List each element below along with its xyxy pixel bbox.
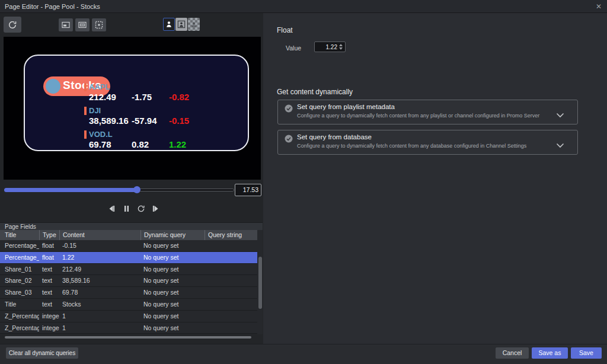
table-row[interactable]: Share_01 text 212.49 No query set [0,264,257,276]
table-row[interactable]: Share_03 text 69.78 No query set [0,287,257,299]
grid-overlay-button[interactable] [92,18,106,31]
preview-fill-button[interactable] [175,18,187,31]
spinner-arrows [339,43,343,50]
save-button[interactable]: Save [571,347,602,359]
column-header: Dynamic query [140,230,205,240]
stock-price: 38,589.16 [89,116,129,126]
save-as-button[interactable]: Save as [532,347,568,359]
field-type: text [39,275,59,286]
field-content: -0.15 [59,240,140,251]
tick-bar-icon [84,107,87,115]
person-key-icon [190,20,198,28]
transport-controls [107,205,161,213]
check-circle-icon [285,104,293,115]
stock-price: 69.78 [89,139,111,149]
preview-panel: Stocks AAPL 212.49 -1.75 -0.82 DJI 38,58… [0,13,263,344]
page-fields-header: Title Type Content Dynamic query Query s… [0,230,257,240]
table-row[interactable]: Share_02 text 38,589.16 No query set [0,275,257,287]
properties-panel: Float Value Get content dynamically Set … [263,13,607,344]
page-editor-dialog: Page Editor - Page Pool - Stocks ✕ [0,0,607,364]
step-forward-button[interactable] [151,205,161,213]
dynamic-content-heading: Get content dynamically [277,88,353,96]
stock-percent: -0.15 [169,116,189,126]
database-query-card[interactable]: Set query from database Configure a quer… [277,130,578,155]
window-titlebar: Page Editor - Page Pool - Stocks ✕ [0,0,607,13]
stock-percent: -0.82 [169,92,189,102]
timeline-value[interactable]: 17.53 [235,184,261,196]
field-title: Percentage_02 [0,240,39,251]
stock-change: 0.82 [132,139,149,149]
safe-area-inset-button[interactable] [59,18,73,31]
field-type: integer [39,323,59,334]
field-type: float [39,252,59,263]
clear-all-dynamic-queries-button[interactable]: Clear all dynamic queries [6,347,78,359]
vertical-scrollbar[interactable] [257,230,263,334]
stock-price: 212.49 [89,92,116,102]
value-input[interactable] [315,42,337,52]
field-query-string [205,264,257,275]
playlist-metadata-query-card[interactable]: Set query from playlist metadata Configu… [277,100,578,124]
pause-button[interactable] [122,205,131,213]
field-type: float [39,240,59,251]
step-back-icon [107,205,116,212]
chevron-down-icon[interactable] [556,140,564,151]
close-icon[interactable]: ✕ [596,0,602,13]
field-content: 1.22 [59,252,140,263]
safe-area-inset-icon [61,20,71,30]
field-content: 69.78 [59,287,140,298]
field-content: 38,589.16 [59,275,140,286]
loop-icon [137,205,145,213]
field-title: Share_03 [0,287,39,298]
field-title: Z_Percentage_0 [0,311,39,322]
column-header: Title [0,230,39,240]
field-query-string [205,252,257,263]
field-dynamic-query: No query set [140,240,205,251]
window-title: Page Editor - Page Pool - Stocks [5,0,100,13]
refresh-button[interactable] [4,17,21,33]
field-content: 1 [59,323,140,334]
table-row[interactable]: Z_Percentage_0 integer 1 No query set [0,311,257,323]
table-row[interactable]: Title text Stocks No query set [0,299,257,311]
field-content: Stocks [59,299,140,310]
page-fields-table: Percentage_02 float -0.15 No query set P… [0,240,257,334]
field-title: Title [0,299,39,310]
field-query-string [205,275,257,286]
field-dynamic-query: No query set [140,299,205,310]
step-forward-icon [152,205,160,212]
table-row[interactable]: Z_Percentage_0 integer 1 No query set [0,323,257,334]
vertical-scrollbar-thumb[interactable] [258,257,262,309]
title-safe-button[interactable] [75,18,90,31]
spin-up-icon[interactable] [339,44,343,46]
stock-symbol-row: VOD.L [84,130,113,139]
spin-down-icon[interactable] [339,47,343,50]
field-title: Share_01 [0,264,39,275]
grid-overlay-icon [94,20,104,30]
stock-symbol: DJI [89,106,101,115]
step-back-button[interactable] [107,205,116,213]
loop-button[interactable] [136,205,146,213]
table-row[interactable]: Percentage_02 float -0.15 No query set [0,240,257,252]
stock-symbol-row: AAPL [84,82,110,91]
preview-video-button[interactable] [163,18,175,31]
horizontal-scrollbar[interactable] [5,336,251,339]
preview-key-button[interactable] [188,18,200,31]
check-circle-icon [285,135,293,145]
field-title: Percentage_03 [0,252,39,263]
cancel-button[interactable]: Cancel [496,347,529,359]
badge-circle-icon [46,79,60,94]
field-title: Z_Percentage_0 [0,323,39,334]
column-header: Content [59,230,140,240]
timeline-slider-knob[interactable] [133,186,140,193]
table-row-selected[interactable]: Percentage_03 float 1.22 No query set [0,252,257,264]
field-type: text [39,299,59,310]
person-frame-icon [177,20,186,28]
stock-change: -57.94 [132,116,157,126]
field-dynamic-query: No query set [140,323,205,334]
field-dynamic-query: No query set [140,311,205,322]
field-type-heading: Float [277,26,293,34]
timeline-slider-fill [4,188,138,192]
chevron-down-icon[interactable] [556,110,564,120]
card-description: Configure a query to dynamically fetch c… [297,113,539,119]
card-title: Set query from database [297,133,372,141]
refresh-icon [8,20,17,30]
